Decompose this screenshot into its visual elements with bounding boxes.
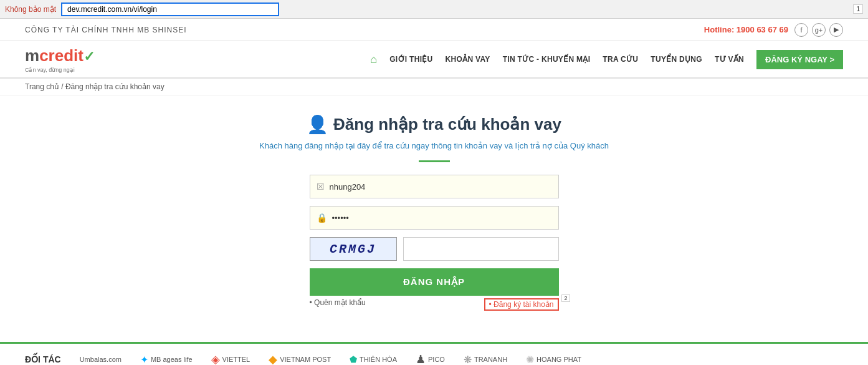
googleplus-icon[interactable]: g+: [812, 23, 826, 37]
nav-item-recruit[interactable]: TUYỂN DỤNG: [651, 55, 702, 64]
logo[interactable]: m credit ✓ Cần vay, đừng ngại: [25, 46, 95, 73]
hotline-number: 1900 63 67 69: [737, 25, 788, 34]
partner-thienhoa-name: THIÊN HÒA: [360, 356, 397, 363]
user-icon: ☒: [317, 182, 325, 192]
username-group: ☒: [310, 175, 559, 198]
captcha-input[interactable]: [403, 237, 559, 261]
nav-item-loans[interactable]: KHOẢN VAY: [446, 55, 490, 64]
lock-icon: 🔒: [317, 213, 327, 223]
partner-thienhoa: ⬟ THIÊN HÒA: [350, 354, 397, 364]
header: m credit ✓ Cần vay, đừng ngại ⌂ GIỚI THI…: [0, 41, 868, 79]
login-button[interactable]: ĐĂNG NHẬP: [310, 268, 559, 296]
page-title: 👤 Đăng nhập tra cứu khoản vay: [307, 114, 561, 135]
nav-item-lookup[interactable]: TRA CỨU: [603, 55, 638, 64]
partner-viettel: ◈ VIETTEL: [211, 353, 250, 365]
links-row: Quên mật khẩu Đăng ký tài khoản 2: [310, 298, 559, 311]
partner-vietnampost: ◆ VIETNAM POST: [269, 353, 331, 365]
partner-umbalas: Umbalas.com: [80, 356, 122, 363]
partner-trananh-name: TRANANH: [474, 356, 507, 363]
partner-mbageas: ✦ MB ageas life: [140, 354, 193, 366]
hotline-label: Hotline:: [704, 25, 734, 34]
logo-tagline: Cần vay, đừng ngại: [25, 67, 75, 73]
partners-label: ĐỐI TÁC: [25, 354, 61, 364]
breadcrumb-current: Đăng nhập tra cứu khoản vay: [65, 82, 165, 91]
partner-viettel-name: VIETTEL: [222, 356, 250, 363]
partner-hoangphat-name: HOANG PHAT: [537, 356, 581, 363]
hotline-info: Hotline: 1900 63 67 69: [704, 25, 788, 34]
partner-umbalas-name: Umbalas.com: [80, 356, 122, 363]
main-content: 👤 Đăng nhập tra cứu khoản vay Khách hàng…: [0, 95, 868, 329]
logo-credit: credit: [39, 46, 83, 66]
partner-hoangphat: ✺ HOANG PHAT: [526, 354, 581, 366]
main-nav: ⌂ GIỚI THIỆU KHOẢN VAY TIN TỨC - KHUYẾN …: [370, 50, 843, 69]
logo-m: m: [25, 46, 39, 66]
breadcrumb-home[interactable]: Trang chủ: [25, 82, 59, 91]
register-account-link[interactable]: Đăng ký tài khoản 2: [484, 298, 559, 311]
nav-item-about[interactable]: GIỚI THIỆU: [389, 55, 432, 64]
user-circle-icon: 👤: [307, 114, 328, 135]
partner-trananh: ❋ TRANANH: [464, 354, 507, 366]
login-form: ☒ 🔒 CRMGJ ĐĂNG NHẬP: [310, 175, 559, 296]
captcha-row: CRMGJ: [310, 237, 559, 261]
password-group: 🔒: [310, 206, 559, 230]
badge-2: 2: [561, 294, 570, 302]
username-input[interactable]: [330, 182, 552, 192]
top-info-bar: CÔNG TY TÀI CHÍNH TNHH MB SHINSEI Hotlin…: [0, 19, 868, 41]
page-title-text: Đăng nhập tra cứu khoản vay: [333, 115, 561, 134]
home-icon[interactable]: ⌂: [370, 53, 377, 66]
partner-pico-name: PICO: [428, 356, 445, 363]
breadcrumb: Trang chủ / Đăng nhập tra cứu khoản vay: [0, 79, 868, 95]
partners-bar: ĐỐI TÁC Umbalas.com ✦ MB ageas life ◈ VI…: [0, 342, 868, 365]
browser-bar: Không bảo mật 1: [0, 0, 868, 19]
page-subtitle: Khách hàng đăng nhập tại đây để tra cứu …: [259, 141, 609, 150]
youtube-icon[interactable]: ▶: [829, 23, 843, 37]
breadcrumb-separator: /: [61, 82, 65, 91]
not-secure-label: Không bảo mật: [5, 5, 56, 14]
nav-item-consult[interactable]: TƯ VẤN: [715, 55, 744, 64]
social-icons: f g+ ▶: [794, 23, 843, 37]
captcha-image: CRMGJ: [310, 237, 397, 261]
partner-mbageas-name: MB ageas life: [151, 356, 193, 363]
logo-checkmark: ✓: [83, 49, 95, 65]
partner-pico: ♟ PICO: [416, 353, 445, 365]
partner-vietnampost-name: VIETNAM POST: [280, 356, 331, 363]
top-right-area: Hotline: 1900 63 67 69 f g+ ▶: [704, 23, 843, 37]
badge-1: 1: [853, 4, 863, 14]
facebook-icon[interactable]: f: [794, 23, 808, 37]
register-now-button[interactable]: ĐĂNG KÝ NGAY >: [756, 50, 843, 69]
forgot-password-link[interactable]: Quên mật khẩu: [310, 298, 366, 311]
company-name: CÔNG TY TÀI CHÍNH TNHH MB SHINSEI: [25, 26, 186, 34]
password-input[interactable]: [332, 213, 552, 223]
title-divider: [419, 160, 450, 162]
nav-item-news[interactable]: TIN TỨC - KHUYẾN MẠI: [503, 55, 591, 64]
address-bar[interactable]: [61, 2, 279, 16]
